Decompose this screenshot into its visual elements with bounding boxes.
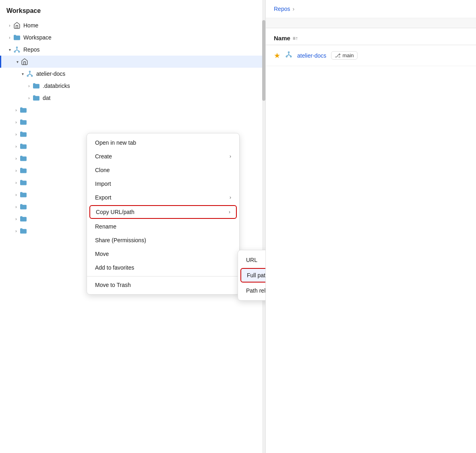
chevron-f10 (13, 216, 19, 222)
col-header-name: Name ≡↑ (274, 35, 468, 42)
star-icon[interactable]: ★ (274, 51, 280, 60)
tree-label-workspace: Workspace (23, 34, 52, 41)
folder-icon-f11 (19, 227, 27, 235)
svg-line-11 (30, 74, 32, 75)
branch-badge: ⎇ main (331, 51, 357, 60)
chevron-f11 (13, 228, 19, 234)
tree-item-repos[interactable]: Repos (0, 44, 265, 56)
chevron-workspace (6, 34, 13, 41)
chevron-f1 (13, 107, 19, 113)
chevron-f3 (13, 131, 19, 137)
breadcrumb-repos-link[interactable]: Repos (274, 6, 290, 12)
folder-icon-f10 (19, 215, 27, 223)
tree-item-f2[interactable] (0, 116, 265, 128)
svg-line-16 (287, 55, 289, 56)
column-header-row: Name ≡↑ (266, 28, 476, 45)
chevron-databricks (26, 83, 32, 89)
svg-point-1 (14, 51, 15, 52)
tree-item-databricks[interactable]: .databricks (0, 80, 265, 92)
tree-item-f1[interactable] (0, 104, 265, 116)
svg-point-12 (288, 52, 290, 53)
chevron-home-root (14, 58, 21, 65)
tree-item-home-root[interactable] (0, 56, 265, 68)
folder-icon-workspace (13, 33, 21, 42)
home-icon (13, 21, 21, 29)
workspace-title: Workspace (0, 0, 265, 19)
scrollbar[interactable] (262, 0, 265, 453)
chevron-f6 (13, 167, 19, 174)
folder-icon-dat (32, 94, 40, 102)
repo-name-link[interactable]: atelier-docs (297, 52, 326, 59)
home-root-icon (21, 58, 29, 66)
repo-branch-icon (285, 51, 292, 60)
ctx-share-permissions[interactable]: Share (Permissions) (87, 233, 239, 247)
tree-label-databricks: .databricks (43, 83, 70, 89)
chevron-atelier-docs (19, 71, 26, 77)
branch-icon: ⎇ (335, 52, 341, 58)
tree-label-atelier-docs: atelier-docs (36, 71, 65, 77)
tree-label-dat: dat (43, 95, 50, 101)
svg-point-13 (286, 56, 287, 57)
svg-line-17 (289, 55, 291, 56)
svg-line-5 (17, 50, 19, 51)
ctx-copy-url-path[interactable]: Copy URL/path › (89, 205, 237, 219)
svg-point-6 (29, 71, 31, 72)
context-menu: Open in new tab Create › Clone Import Ex… (87, 133, 240, 295)
chevron-f2 (13, 119, 19, 125)
submenu-path-relative-root[interactable]: Path relative to Root (238, 283, 266, 298)
ctx-move[interactable]: Move (87, 247, 239, 261)
svg-point-2 (19, 51, 20, 52)
folder-icon-f7 (19, 179, 27, 187)
folder-icon-f9 (19, 203, 27, 211)
folder-icon-f1 (19, 106, 27, 114)
folder-icon-f4 (19, 142, 27, 150)
left-panel: Workspace Home Workspace R (0, 0, 266, 453)
tree-item-workspace[interactable]: Workspace (0, 31, 265, 44)
repo-icon-atelier-docs (26, 70, 34, 78)
chevron-dat (26, 95, 32, 101)
submenu-full-path[interactable]: Full path (240, 268, 266, 283)
submenu-copy-url: URL Full path Path relative to Root (238, 250, 266, 301)
sort-icon[interactable]: ≡↑ (293, 35, 298, 41)
submenu-url[interactable]: URL (238, 253, 266, 267)
folder-icon-databricks (32, 82, 40, 90)
tree-item-home[interactable]: Home (0, 19, 265, 31)
ctx-create[interactable]: Create › (87, 150, 239, 163)
ctx-rename[interactable]: Rename (87, 220, 239, 233)
scrollbar-thumb[interactable] (262, 20, 265, 101)
svg-point-14 (290, 56, 292, 57)
ctx-add-favorites[interactable]: Add to favorites (87, 261, 239, 274)
chevron-f5 (13, 155, 19, 162)
breadcrumb: Repos › (266, 0, 476, 18)
tree-item-atelier-docs[interactable]: atelier-docs (0, 68, 265, 80)
tree-label-repos: Repos (23, 46, 39, 53)
svg-point-7 (27, 75, 28, 77)
chevron-f9 (13, 204, 19, 210)
tree-item-dat[interactable]: dat (0, 92, 265, 104)
folder-icon-f8 (19, 191, 27, 199)
folder-icon-f5 (19, 154, 27, 162)
chevron-f4 (13, 143, 19, 150)
ctx-import[interactable]: Import (87, 177, 239, 191)
svg-point-8 (31, 75, 33, 77)
arrow-create-icon: › (230, 154, 231, 159)
svg-line-4 (15, 50, 17, 51)
ctx-export[interactable]: Export › (87, 191, 239, 204)
ctx-clone[interactable]: Clone (87, 163, 239, 177)
ctx-separator (87, 276, 239, 276)
repo-icon-repos (13, 46, 21, 54)
chevron-repos (6, 46, 13, 53)
arrow-copy-url-icon: › (229, 209, 230, 215)
folder-icon-f2 (19, 118, 27, 126)
chevron-home (6, 22, 13, 29)
chevron-f7 (13, 179, 19, 186)
svg-point-0 (17, 47, 18, 48)
chevron-f8 (13, 191, 19, 198)
right-panel: Repos › Name ≡↑ ★ atelier-docs ⎇ main (266, 0, 476, 453)
folder-icon-f3 (19, 130, 27, 138)
ctx-move-to-trash[interactable]: Move to Trash (87, 278, 239, 292)
repo-row: ★ atelier-docs ⎇ main (266, 45, 476, 66)
ctx-open-new-tab[interactable]: Open in new tab (87, 136, 239, 150)
svg-line-10 (28, 74, 30, 75)
arrow-export-icon: › (230, 195, 231, 200)
